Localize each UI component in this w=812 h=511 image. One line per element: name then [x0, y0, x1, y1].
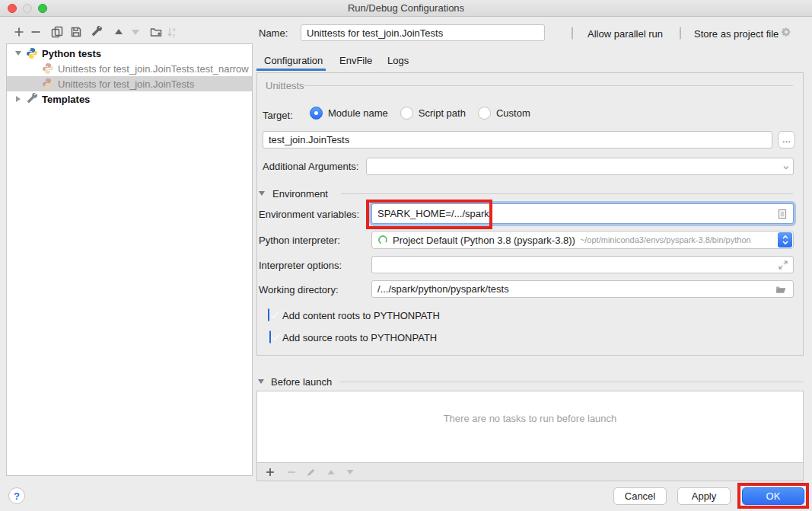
- environment-section-label: Environment: [272, 188, 328, 200]
- remove-task-icon[interactable]: [286, 467, 297, 477]
- name-input[interactable]: [301, 24, 545, 41]
- target-input[interactable]: [263, 131, 772, 149]
- tree-item-unittest-narrow[interactable]: Unittests for test_join.JoinTests.test_n…: [7, 61, 252, 76]
- tree-item-label: Unittests for test_join.JoinTests.test_n…: [58, 63, 249, 75]
- apply-button[interactable]: Apply: [677, 487, 731, 505]
- section-divider: [341, 193, 793, 194]
- allow-parallel-run-label: Allow parallel run: [588, 28, 663, 40]
- configurations-tree: [6, 43, 253, 476]
- collapse-arrow-icon[interactable]: [259, 191, 265, 196]
- list-icon[interactable]: [777, 209, 788, 219]
- environment-variables-input[interactable]: [371, 203, 794, 224]
- sort-configurations-icon[interactable]: az: [166, 26, 178, 38]
- python-interpreter-label: Python interpreter:: [259, 235, 340, 246]
- tree-item-templates[interactable]: Templates: [7, 91, 252, 107]
- tab-configuration[interactable]: Configuration: [264, 55, 323, 66]
- python-test-icon: [42, 78, 54, 90]
- move-task-up-icon[interactable]: [326, 467, 336, 477]
- tree-item-unittest-jointests[interactable]: Unittests for test_join.JoinTests: [7, 76, 252, 91]
- new-folder-icon[interactable]: [150, 26, 162, 38]
- edit-templates-icon[interactable]: [91, 26, 103, 38]
- svg-text:z: z: [173, 33, 176, 38]
- save-configuration-icon[interactable]: [70, 26, 82, 38]
- radio-script-path[interactable]: Script path: [400, 107, 466, 120]
- move-up-icon[interactable]: [113, 26, 125, 38]
- environment-variables-label: Environment variables:: [259, 209, 359, 220]
- radio-icon: [478, 107, 491, 120]
- radio-module-name[interactable]: Module name: [310, 107, 388, 120]
- store-as-project-file-label: Store as project file: [694, 28, 779, 40]
- move-task-down-icon[interactable]: [345, 467, 355, 477]
- interpreter-options-input[interactable]: [371, 256, 794, 273]
- copy-configuration-icon[interactable]: [51, 26, 63, 38]
- chevron-down-icon[interactable]: [781, 162, 791, 173]
- radio-custom[interactable]: Custom: [478, 107, 530, 120]
- active-tab-underline: [256, 69, 326, 71]
- add-content-roots-checkbox[interactable]: [268, 308, 269, 321]
- working-directory-label: Working directory:: [259, 284, 339, 295]
- help-button[interactable]: ?: [8, 487, 25, 504]
- move-down-icon[interactable]: [129, 26, 142, 38]
- tree-item-label: Python tests: [42, 48, 101, 59]
- additional-arguments-label: Additional Arguments:: [263, 161, 358, 172]
- gear-icon[interactable]: [781, 27, 793, 39]
- cancel-button[interactable]: Cancel: [613, 487, 667, 505]
- edit-task-icon[interactable]: [306, 467, 317, 477]
- tree-item-python-tests[interactable]: Python tests: [7, 46, 252, 61]
- svg-text:a: a: [173, 27, 176, 32]
- run-debug-configurations-dialog: Run/Debug Configurations az Python tests…: [0, 0, 812, 511]
- browse-button[interactable]: ...: [778, 131, 795, 149]
- working-directory-input[interactable]: [371, 280, 794, 298]
- before-launch-empty-text: There are no tasks to run before launch: [256, 413, 804, 424]
- add-source-roots-checkbox[interactable]: [269, 331, 271, 343]
- interpreter-value: Project Default (Python 3.8 (pyspark-3.8…: [393, 235, 575, 246]
- interpreter-options-label: Interpreter options:: [259, 260, 342, 271]
- additional-arguments-input[interactable]: [366, 158, 794, 175]
- tree-item-label: Templates: [42, 94, 90, 105]
- python-interpreter-select[interactable]: Project Default (Python 3.8 (pyspark-3.8…: [371, 231, 794, 249]
- ok-button[interactable]: OK: [742, 487, 804, 505]
- target-label: Target:: [263, 110, 293, 121]
- add-task-icon[interactable]: [265, 467, 275, 477]
- tab-logs[interactable]: Logs: [387, 55, 409, 66]
- radio-icon: [310, 107, 323, 120]
- tab-envfile[interactable]: EnvFile: [339, 55, 372, 66]
- add-content-roots-label: Add content roots to PYTHONPATH: [282, 310, 440, 321]
- before-launch-task-list: [256, 391, 804, 463]
- allow-parallel-run-checkbox[interactable]: [572, 27, 573, 40]
- python-test-icon: [42, 62, 54, 75]
- chevron-down-icon[interactable]: [14, 51, 22, 56]
- name-label: Name:: [259, 27, 288, 39]
- chevron-right-icon[interactable]: [14, 96, 22, 102]
- wrench-icon: [26, 93, 38, 105]
- target-options: Module name Script path Custom: [310, 107, 530, 120]
- before-launch-section-label: Before launch: [271, 376, 332, 388]
- group-divider: [304, 85, 793, 86]
- add-configuration-icon[interactable]: [13, 26, 25, 38]
- tree-item-label: Unittests for test_join.JoinTests: [58, 78, 194, 90]
- remove-configuration-icon[interactable]: [30, 26, 42, 38]
- store-as-project-file-checkbox[interactable]: [680, 27, 681, 40]
- interpreter-path: ~/opt/miniconda3/envs/pyspark-3.8/bin/py…: [580, 235, 751, 244]
- python-icon: [26, 47, 38, 59]
- radio-icon: [400, 107, 413, 120]
- expand-icon[interactable]: [778, 260, 788, 270]
- section-divider: [339, 382, 804, 382]
- combo-arrows-icon[interactable]: [778, 232, 792, 248]
- conda-env-icon: [377, 235, 388, 245]
- unittests-group-label: Unittests: [266, 80, 304, 91]
- collapse-arrow-icon[interactable]: [258, 379, 264, 384]
- folder-icon[interactable]: [775, 284, 788, 295]
- window-title: Run/Debug Configurations: [0, 0, 812, 17]
- before-launch-toolbar: [256, 463, 804, 481]
- add-source-roots-label: Add source roots to PYTHONPATH: [282, 332, 437, 343]
